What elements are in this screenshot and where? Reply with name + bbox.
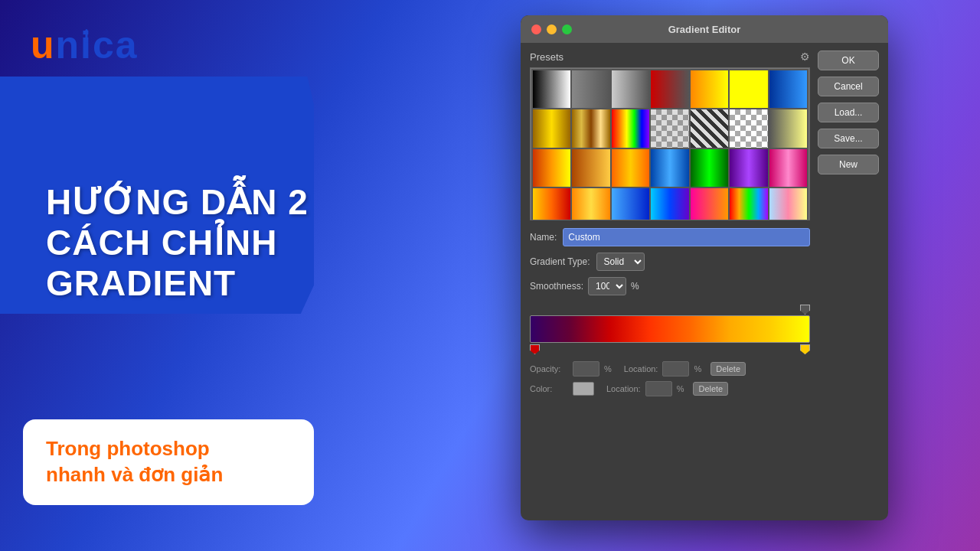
preset-item[interactable] bbox=[769, 149, 807, 187]
smoothness-unit: % bbox=[631, 281, 639, 292]
presets-header: Presets ⚙ bbox=[530, 51, 810, 63]
smoothness-select[interactable]: 100 75 50 bbox=[588, 277, 626, 295]
gradient-type-select[interactable]: Solid Noise bbox=[596, 253, 645, 271]
subtitle-box: Trong photoshop nhanh và đơn giản bbox=[23, 419, 314, 505]
preset-item[interactable] bbox=[612, 149, 649, 187]
load-button[interactable]: Load... bbox=[818, 103, 879, 122]
opacity-label: Opacity: bbox=[530, 364, 568, 373]
window-controls bbox=[531, 24, 572, 34]
color-swatch[interactable] bbox=[573, 382, 594, 396]
new-button[interactable]: New bbox=[818, 155, 879, 174]
logo: unica bbox=[31, 23, 139, 67]
save-button[interactable]: Save... bbox=[818, 129, 879, 148]
color-control-row: Color: Location: % Delete bbox=[530, 381, 810, 396]
ok-button[interactable]: OK bbox=[818, 51, 879, 70]
window-main-area: Presets ⚙ bbox=[530, 51, 810, 401]
preset-item[interactable] bbox=[533, 109, 570, 147]
gradient-type-row: Gradient Type: Solid Noise bbox=[530, 253, 810, 271]
subtitle-line1: Trong photoshop bbox=[46, 436, 291, 462]
maximize-button[interactable] bbox=[562, 24, 572, 34]
preset-item[interactable] bbox=[572, 188, 609, 220]
close-button[interactable] bbox=[531, 24, 541, 34]
preset-item[interactable] bbox=[651, 188, 688, 220]
preset-item[interactable] bbox=[769, 70, 807, 108]
subtitle-line2: nhanh và đơn giản bbox=[46, 462, 291, 488]
window-title: Gradient Editor bbox=[668, 24, 741, 35]
logo-a: a bbox=[116, 24, 139, 67]
preset-item[interactable] bbox=[769, 109, 807, 147]
preset-item[interactable] bbox=[730, 149, 767, 187]
smoothness-label: Smoothness: bbox=[530, 281, 583, 292]
color-stop-right[interactable] bbox=[800, 344, 810, 354]
preset-item[interactable] bbox=[572, 149, 609, 187]
name-label: Name: bbox=[530, 232, 557, 243]
window-titlebar: Gradient Editor bbox=[521, 15, 888, 43]
logo-area: unica bbox=[31, 23, 368, 67]
opacity-stops-row bbox=[530, 305, 810, 314]
color-stop-left[interactable] bbox=[530, 344, 540, 354]
preset-item[interactable] bbox=[730, 109, 767, 147]
color-location-unit: % bbox=[677, 384, 684, 393]
color-location-label: Location: bbox=[606, 384, 641, 393]
right-buttons: OK Cancel Load... Save... New bbox=[818, 51, 879, 401]
left-panel: unica HƯỚNG DẪN 2 CÁCH CHỈNH GRADIENT Tr… bbox=[0, 0, 398, 551]
preset-item[interactable] bbox=[533, 149, 570, 187]
opacity-location-unit: % bbox=[694, 364, 701, 373]
opacity-delete-button[interactable]: Delete bbox=[710, 362, 746, 376]
preset-item[interactable] bbox=[769, 188, 807, 220]
presets-grid bbox=[531, 68, 809, 220]
gear-icon[interactable]: ⚙ bbox=[800, 51, 810, 63]
opacity-control-row: Opacity: % Location: % Delete bbox=[530, 361, 810, 377]
opacity-location-input[interactable] bbox=[662, 361, 689, 377]
preset-item[interactable] bbox=[730, 188, 767, 220]
minimize-button[interactable] bbox=[547, 24, 557, 34]
color-delete-button[interactable]: Delete bbox=[693, 382, 728, 396]
window-body: Presets ⚙ bbox=[521, 43, 888, 409]
preset-item[interactable] bbox=[730, 70, 767, 108]
preset-item[interactable] bbox=[651, 70, 688, 108]
heading-line3: GRADIENT bbox=[46, 263, 345, 304]
gradient-editor-window: Gradient Editor Presets ⚙ bbox=[521, 15, 888, 520]
gradient-preview-bar[interactable] bbox=[530, 315, 810, 343]
opacity-input[interactable] bbox=[573, 361, 599, 377]
presets-grid-container[interactable] bbox=[530, 67, 810, 220]
preset-item[interactable] bbox=[612, 188, 649, 220]
preset-item[interactable] bbox=[612, 70, 649, 108]
color-location-input[interactable] bbox=[645, 381, 672, 396]
opacity-stop[interactable] bbox=[800, 305, 810, 315]
logo-n: n bbox=[56, 24, 81, 67]
name-input[interactable] bbox=[563, 228, 810, 246]
heading-line1: HƯỚNG DẪN 2 bbox=[46, 182, 345, 223]
name-row: Name: bbox=[530, 228, 810, 246]
preset-item[interactable] bbox=[691, 70, 728, 108]
opacity-unit: % bbox=[604, 364, 612, 373]
gradient-type-label: Gradient Type: bbox=[530, 256, 590, 267]
preset-item[interactable] bbox=[612, 109, 649, 147]
preset-item[interactable] bbox=[651, 109, 688, 147]
preset-item[interactable] bbox=[651, 149, 688, 187]
opacity-location-label: Location: bbox=[624, 364, 658, 373]
cancel-button[interactable]: Cancel bbox=[818, 77, 879, 96]
preset-item[interactable] bbox=[691, 188, 728, 220]
color-label: Color: bbox=[530, 384, 568, 393]
gradient-bar-container bbox=[530, 305, 810, 355]
preset-item[interactable] bbox=[691, 109, 728, 147]
preset-item[interactable] bbox=[533, 70, 570, 108]
logo-u: u bbox=[31, 24, 56, 67]
presets-label: Presets bbox=[530, 51, 564, 63]
logo-c: c bbox=[93, 24, 116, 67]
smoothness-row: Smoothness: 100 75 50 % bbox=[530, 277, 810, 295]
preset-item[interactable] bbox=[572, 109, 609, 147]
preset-item[interactable] bbox=[572, 70, 609, 108]
preset-item[interactable] bbox=[691, 149, 728, 187]
heading-area: HƯỚNG DẪN 2 CÁCH CHỈNH GRADIENT bbox=[23, 167, 368, 319]
color-stops-row bbox=[530, 344, 810, 355]
heading-line2: CÁCH CHỈNH bbox=[46, 223, 345, 263]
logo-i: i bbox=[80, 23, 93, 67]
preset-item[interactable] bbox=[533, 188, 570, 220]
